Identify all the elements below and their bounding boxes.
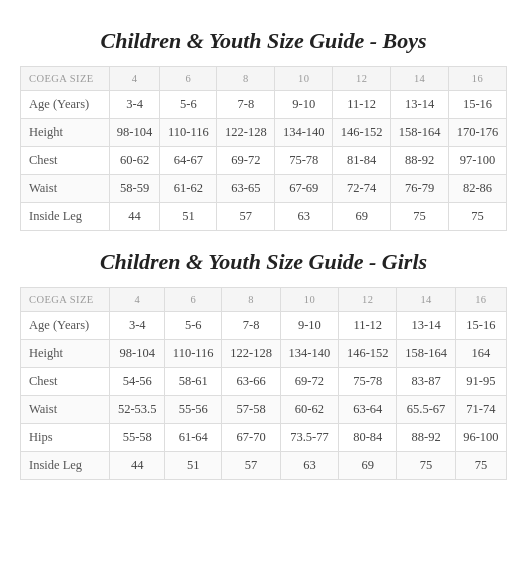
boys-cell: 5-6: [160, 91, 217, 119]
girls-cell: 75: [455, 452, 506, 480]
boys-cell: 75: [391, 203, 449, 231]
girls-cell: 110-116: [165, 340, 222, 368]
girls-table-row: Age (Years)3-45-67-89-1011-1213-1415-16: [21, 312, 507, 340]
boys-cell: 64-67: [160, 147, 217, 175]
boys-col-header-1: 4: [109, 67, 160, 91]
girls-cell: 75-78: [339, 368, 397, 396]
girls-cell: 15-16: [455, 312, 506, 340]
girls-cell: 51: [165, 452, 222, 480]
boys-cell: 98-104: [109, 119, 160, 147]
boys-cell: 44: [109, 203, 160, 231]
girls-cell: 96-100: [455, 424, 506, 452]
boys-cell: 88-92: [391, 147, 449, 175]
girls-col-header-5: 12: [339, 288, 397, 312]
boys-table-row: Waist58-5961-6263-6567-6972-7476-7982-86: [21, 175, 507, 203]
boys-table-title: Children & Youth Size Guide - Boys: [20, 28, 507, 54]
boys-cell: 75-78: [275, 147, 333, 175]
boys-row-label: Chest: [21, 147, 110, 175]
girls-col-header-2: 6: [165, 288, 222, 312]
boys-cell: 158-164: [391, 119, 449, 147]
boys-cell: 81-84: [333, 147, 391, 175]
boys-col-header-2: 6: [160, 67, 217, 91]
girls-cell: 60-62: [280, 396, 338, 424]
girls-cell: 146-152: [339, 340, 397, 368]
boys-table-row: Age (Years)3-45-67-89-1011-1213-1415-16: [21, 91, 507, 119]
girls-cell: 13-14: [397, 312, 455, 340]
boys-table-row: Inside Leg44515763697575: [21, 203, 507, 231]
girls-table-row: Height98-104110-116122-128134-140146-152…: [21, 340, 507, 368]
girls-table-row: Waist52-53.555-5657-5860-6263-6465.5-677…: [21, 396, 507, 424]
girls-cell: 69: [339, 452, 397, 480]
girls-cell: 71-74: [455, 396, 506, 424]
girls-table-title: Children & Youth Size Guide - Girls: [20, 249, 507, 275]
girls-cell: 158-164: [397, 340, 455, 368]
girls-row-label: Waist: [21, 396, 110, 424]
boys-cell: 97-100: [449, 147, 507, 175]
girls-table-row: Inside Leg44515763697575: [21, 452, 507, 480]
girls-col-header-3: 8: [222, 288, 280, 312]
boys-cell: 7-8: [217, 91, 275, 119]
girls-cell: 69-72: [280, 368, 338, 396]
boys-cell: 134-140: [275, 119, 333, 147]
girls-cell: 63: [280, 452, 338, 480]
girls-row-label: Inside Leg: [21, 452, 110, 480]
girls-cell: 57-58: [222, 396, 280, 424]
girls-cell: 63-66: [222, 368, 280, 396]
boys-cell: 60-62: [109, 147, 160, 175]
girls-col-header-4: 10: [280, 288, 338, 312]
boys-col-header-0: COEGA SIZE: [21, 67, 110, 91]
girls-cell: 52-53.5: [110, 396, 165, 424]
girls-cell: 55-58: [110, 424, 165, 452]
girls-col-header-7: 16: [455, 288, 506, 312]
girls-cell: 91-95: [455, 368, 506, 396]
boys-cell: 11-12: [333, 91, 391, 119]
girls-table-row: Chest54-5658-6163-6669-7275-7883-8791-95: [21, 368, 507, 396]
boys-cell: 75: [449, 203, 507, 231]
girls-cell: 67-70: [222, 424, 280, 452]
boys-cell: 51: [160, 203, 217, 231]
girls-cell: 9-10: [280, 312, 338, 340]
boys-cell: 69: [333, 203, 391, 231]
girls-cell: 80-84: [339, 424, 397, 452]
girls-cell: 83-87: [397, 368, 455, 396]
boys-cell: 63-65: [217, 175, 275, 203]
girls-cell: 164: [455, 340, 506, 368]
girls-cell: 63-64: [339, 396, 397, 424]
girls-table-row: Hips55-5861-6467-7073.5-7780-8488-9296-1…: [21, 424, 507, 452]
boys-cell: 13-14: [391, 91, 449, 119]
girls-size-table: COEGA SIZE46810121416 Age (Years)3-45-67…: [20, 287, 507, 480]
boys-cell: 67-69: [275, 175, 333, 203]
boys-cell: 3-4: [109, 91, 160, 119]
girls-row-label: Chest: [21, 368, 110, 396]
girls-cell: 11-12: [339, 312, 397, 340]
boys-row-label: Waist: [21, 175, 110, 203]
girls-row-label: Height: [21, 340, 110, 368]
boys-cell: 110-116: [160, 119, 217, 147]
boys-cell: 170-176: [449, 119, 507, 147]
girls-cell: 44: [110, 452, 165, 480]
girls-col-header-6: 14: [397, 288, 455, 312]
girls-cell: 75: [397, 452, 455, 480]
boys-cell: 146-152: [333, 119, 391, 147]
girls-cell: 7-8: [222, 312, 280, 340]
girls-cell: 98-104: [110, 340, 165, 368]
girls-cell: 58-61: [165, 368, 222, 396]
girls-cell: 57: [222, 452, 280, 480]
boys-col-header-6: 14: [391, 67, 449, 91]
girls-row-label: Age (Years): [21, 312, 110, 340]
girls-cell: 3-4: [110, 312, 165, 340]
girls-cell: 65.5-67: [397, 396, 455, 424]
girls-col-header-1: 4: [110, 288, 165, 312]
boys-cell: 69-72: [217, 147, 275, 175]
boys-table-row: Chest60-6264-6769-7275-7881-8488-9297-10…: [21, 147, 507, 175]
girls-cell: 55-56: [165, 396, 222, 424]
boys-cell: 122-128: [217, 119, 275, 147]
girls-cell: 54-56: [110, 368, 165, 396]
boys-row-label: Age (Years): [21, 91, 110, 119]
boys-col-header-7: 16: [449, 67, 507, 91]
boys-cell: 82-86: [449, 175, 507, 203]
girls-row-label: Hips: [21, 424, 110, 452]
boys-cell: 76-79: [391, 175, 449, 203]
girls-cell: 122-128: [222, 340, 280, 368]
girls-cell: 73.5-77: [280, 424, 338, 452]
